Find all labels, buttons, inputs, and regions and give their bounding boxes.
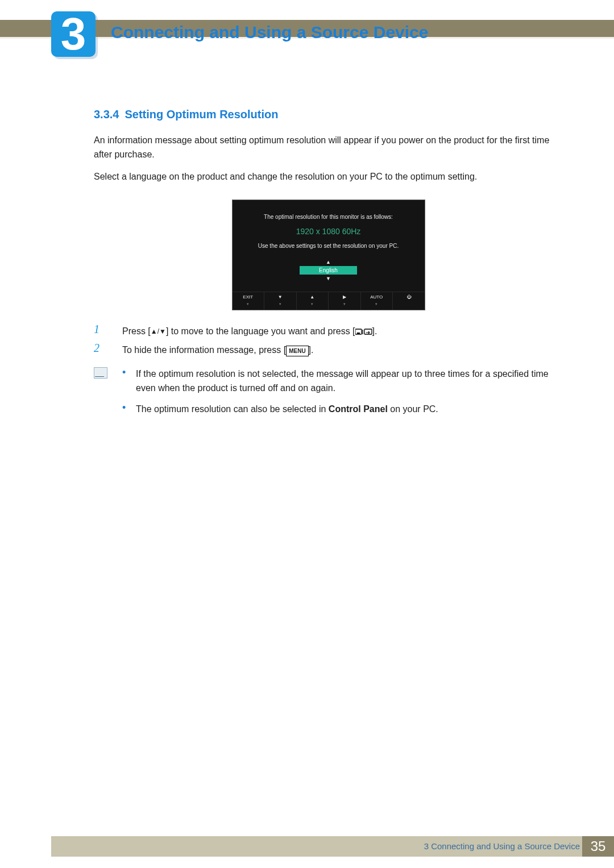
page-number-badge: 35 xyxy=(582,836,614,857)
triangle-up-icon: ▲ xyxy=(233,259,425,265)
svg-rect-1 xyxy=(357,333,360,334)
page-content: 3.3.4Setting Optimum Resolution An infor… xyxy=(94,108,563,423)
svg-rect-2 xyxy=(364,329,372,334)
down-caret-icon: ▾ xyxy=(297,302,329,306)
osd-message-2: Use the above settings to set the resolu… xyxy=(238,243,419,249)
step-1-mid: ] to move to the language you want and p… xyxy=(166,326,355,336)
step-text: To hide the information message, press [… xyxy=(122,342,563,357)
footer-chapter-text: 3 Connecting and Using a Source Device xyxy=(424,836,580,857)
chapter-title: Connecting and Using a Source Device xyxy=(111,23,428,42)
osd-btn-exit-label: EXIT xyxy=(233,294,264,300)
source-enter-icon xyxy=(355,326,372,337)
osd-btn-power: ⏻ xyxy=(393,292,425,310)
osd-btn-right: ▶ ▾ xyxy=(329,292,361,310)
osd-btn-auto: AUTO ▾ xyxy=(361,292,393,310)
step-1-pre: Press [ xyxy=(122,326,151,336)
osd-screenshot-wrap: The optimal resolution for this monitor … xyxy=(94,200,563,310)
osd-btn-exit: EXIT ▾ xyxy=(233,292,265,310)
note-2-bold: Control Panel xyxy=(329,404,388,414)
step-2-pre: To hide the information message, press [ xyxy=(122,345,286,355)
step-text: Press [▲/▼] to move to the language you … xyxy=(122,323,563,338)
osd-btn-down: ▼ ▾ xyxy=(264,292,297,310)
step-1-post: ]. xyxy=(372,326,377,336)
osd-resolution: 1920 x 1080 60Hz xyxy=(233,227,425,236)
chapter-badge: 3 xyxy=(51,11,96,57)
note-icon-col xyxy=(94,367,122,423)
osd-message-1: The optimal resolution for this monitor … xyxy=(238,214,419,220)
step-1: 1 Press [▲/▼] to move to the language yo… xyxy=(94,323,563,338)
steps-list: 1 Press [▲/▼] to move to the language yo… xyxy=(94,323,563,357)
bullet-icon: • xyxy=(122,367,136,396)
footer-band: 3 Connecting and Using a Source Device 3… xyxy=(51,836,614,857)
note-icon xyxy=(94,367,107,379)
right-arrow-icon: ▶ xyxy=(329,294,360,300)
intro-paragraph-1: An information message about setting opt… xyxy=(94,134,563,162)
step-2-post: ]. xyxy=(309,345,314,355)
menu-button-icon: MENU xyxy=(286,346,308,356)
note-2-a: The optimum resolution can also be selec… xyxy=(136,404,329,414)
step-number: 2 xyxy=(94,342,122,357)
section-number: 3.3.4 xyxy=(94,108,119,121)
note-list: • If the optimum resolution is not selec… xyxy=(122,367,563,423)
step-number: 1 xyxy=(94,323,122,338)
up-arrow-icon: ▲ xyxy=(297,294,329,300)
note-2-b: on your PC. xyxy=(388,404,438,414)
section-heading: 3.3.4Setting Optimum Resolution xyxy=(94,108,563,121)
note-block: • If the optimum resolution is not selec… xyxy=(94,367,563,423)
osd-btn-up: ▲ ▾ xyxy=(297,292,329,310)
osd-btn-auto-label: AUTO xyxy=(361,294,393,300)
down-caret-icon xyxy=(393,302,425,306)
note-text: The optimum resolution can also be selec… xyxy=(136,402,563,417)
note-text: If the optimum resolution is not selecte… xyxy=(136,367,563,396)
down-caret-icon: ▾ xyxy=(264,302,296,306)
power-icon: ⏻ xyxy=(393,294,425,300)
section-title: Setting Optimum Resolution xyxy=(125,108,278,121)
down-caret-icon: ▾ xyxy=(361,302,393,306)
bullet-icon: • xyxy=(122,402,136,417)
note-item: • The optimum resolution can also be sel… xyxy=(122,402,563,417)
triangle-down-icon: ▼ xyxy=(233,276,425,281)
down-arrow-icon: ▼ xyxy=(264,294,296,300)
osd-language-selector: ▲ English ▼ xyxy=(233,259,425,281)
down-caret-icon: ▾ xyxy=(233,302,264,306)
up-down-arrow-icon: ▲/▼ xyxy=(151,326,166,337)
osd-language-value: English xyxy=(300,266,357,275)
step-2: 2 To hide the information message, press… xyxy=(94,342,563,357)
note-item: • If the optimum resolution is not selec… xyxy=(122,367,563,396)
down-caret-icon: ▾ xyxy=(329,302,360,306)
intro-paragraph-2: Select a language on the product and cha… xyxy=(94,170,563,184)
osd-panel: The optimal resolution for this monitor … xyxy=(232,200,425,310)
osd-button-row: EXIT ▾ ▼ ▾ ▲ ▾ ▶ ▾ AUTO ▾ xyxy=(233,292,425,310)
